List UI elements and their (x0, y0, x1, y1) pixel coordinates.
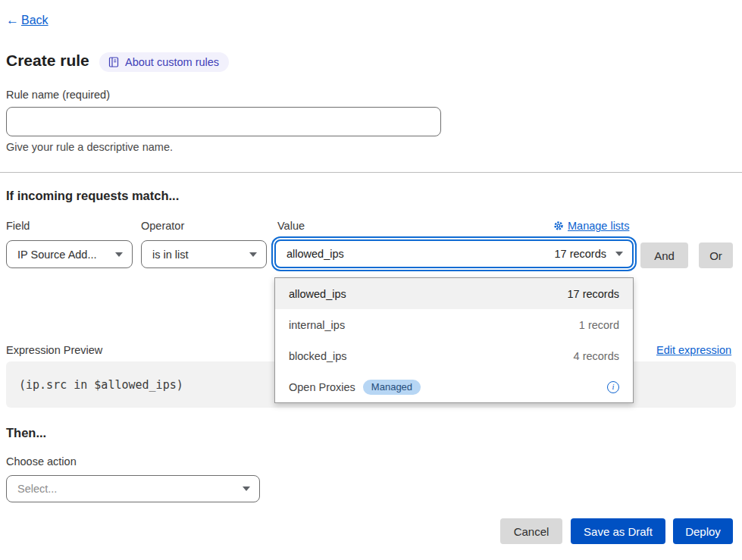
list-option-internal-ips[interactable]: internal_ips 1 record (275, 309, 633, 340)
list-option-record-count: 17 records (567, 288, 619, 300)
list-option-record-count: 1 record (579, 319, 619, 331)
rule-name-label: Rule name (required) (6, 89, 110, 101)
manage-lists-label: Manage lists (568, 220, 629, 232)
chevron-down-icon (243, 486, 250, 491)
action-select[interactable]: Select... (6, 475, 260, 502)
list-option-record-count: 4 records (574, 350, 619, 362)
expression-code: (ip.src in $allowed_ips) (19, 378, 183, 392)
gear-icon (553, 221, 564, 231)
value-column-label: Value (277, 220, 305, 232)
rule-name-helper-text: Give your rule a descriptive name. (6, 141, 173, 153)
about-custom-rules-link[interactable]: About custom rules (99, 52, 229, 72)
value-select-name: allowed_ips (286, 248, 344, 260)
value-dropdown-menu: allowed_ips 17 records internal_ips 1 re… (274, 277, 634, 403)
rule-name-input[interactable] (6, 107, 441, 136)
value-select-record-count: 17 records (554, 248, 606, 260)
operator-select-value: is in list (152, 249, 189, 261)
choose-action-label: Choose action (6, 455, 77, 468)
chevron-down-icon (615, 252, 623, 256)
operator-column-label: Operator (141, 220, 184, 232)
action-select-placeholder: Select... (17, 483, 57, 495)
back-link[interactable]: ← Back (6, 13, 49, 28)
save-as-draft-button[interactable]: Save as Draft (571, 518, 665, 544)
value-select[interactable]: allowed_ips 17 records (274, 239, 634, 268)
match-section-heading: If incoming requests match... (6, 189, 179, 203)
field-column-label: Field (6, 220, 30, 232)
edit-expression-link[interactable]: Edit expression (656, 344, 731, 356)
list-option-allowed-ips[interactable]: allowed_ips 17 records (275, 278, 633, 309)
list-option-blocked-ips[interactable]: blocked_ips 4 records (275, 340, 633, 371)
manage-lists-link[interactable]: Manage lists (553, 220, 629, 232)
field-select-value: IP Source Add... (17, 249, 97, 261)
list-option-name: blocked_ips (289, 350, 347, 362)
then-section-heading: Then... (6, 426, 46, 440)
list-option-name: internal_ips (289, 319, 345, 331)
operator-select[interactable]: is in list (141, 240, 267, 268)
back-link-label: Back (21, 14, 49, 27)
chevron-down-icon (115, 252, 123, 257)
chevron-down-icon (249, 252, 257, 257)
expression-preview-label: Expression Preview (6, 344, 102, 356)
info-icon[interactable]: i (607, 381, 619, 393)
section-divider (0, 172, 742, 173)
and-button[interactable]: And (640, 242, 688, 268)
or-button[interactable]: Or (699, 242, 733, 268)
managed-badge: Managed (363, 380, 421, 395)
book-icon (108, 56, 120, 68)
create-rule-page: ← Back Create rule About custom rules Ru… (0, 0, 742, 560)
list-option-name: Open Proxies (289, 381, 355, 393)
list-option-name: allowed_ips (289, 288, 346, 300)
list-option-open-proxies[interactable]: Open Proxies Managed i (275, 371, 633, 402)
cancel-button[interactable]: Cancel (500, 518, 562, 544)
deploy-button[interactable]: Deploy (673, 518, 733, 544)
back-arrow-icon: ← (6, 13, 19, 28)
about-badge-label: About custom rules (125, 56, 219, 68)
page-title: Create rule (6, 52, 89, 70)
field-select[interactable]: IP Source Add... (6, 240, 133, 268)
